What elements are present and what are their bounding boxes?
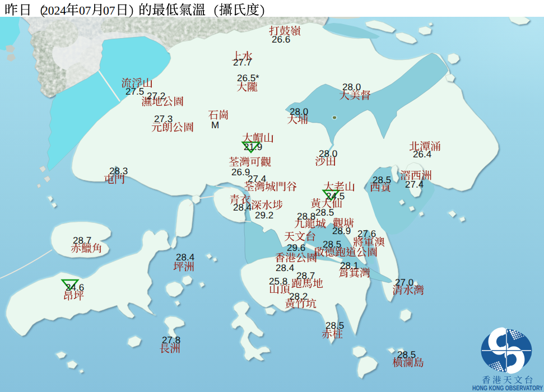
svg-text:27.3: 27.3 [154, 114, 173, 124]
svg-text:26.5*: 26.5* [237, 73, 259, 83]
svg-text:28.1: 28.1 [340, 260, 359, 271]
svg-text:27.0: 27.0 [395, 277, 413, 288]
svg-text:21.9: 21.9 [244, 142, 262, 152]
svg-text:28.5: 28.5 [315, 207, 334, 218]
svg-text:27.7: 27.7 [233, 57, 252, 68]
svg-text:28.8: 28.8 [297, 211, 315, 222]
svg-text:27.6: 27.6 [357, 228, 376, 239]
svg-text:07: 07 [103, 4, 115, 17]
svg-text:29.2: 29.2 [255, 210, 273, 221]
svg-text:24.6: 24.6 [66, 282, 84, 293]
svg-text:28.5: 28.5 [323, 239, 341, 250]
svg-text:28.5: 28.5 [373, 175, 391, 185]
svg-text:27.4: 27.4 [248, 174, 266, 184]
svg-text:26.6: 26.6 [272, 34, 290, 45]
svg-text:27.2: 27.2 [147, 91, 165, 101]
svg-text:28.5: 28.5 [326, 320, 344, 331]
svg-text:07: 07 [79, 4, 91, 17]
svg-text:27.5: 27.5 [125, 86, 144, 97]
svg-text:24.5: 24.5 [326, 191, 345, 202]
svg-text:28.5: 28.5 [397, 349, 416, 360]
svg-text:28.3: 28.3 [109, 166, 128, 176]
svg-text:28.9: 28.9 [332, 226, 351, 236]
svg-text:M: M [211, 120, 219, 130]
svg-text:28.7: 28.7 [73, 235, 91, 246]
svg-text:2024: 2024 [42, 4, 66, 17]
svg-text:28.0: 28.0 [342, 82, 361, 92]
svg-text:26.4: 26.4 [413, 149, 431, 160]
svg-text:28.0: 28.0 [319, 148, 337, 159]
svg-text:27.8: 27.8 [162, 335, 180, 346]
svg-text:28.0: 28.0 [290, 106, 308, 117]
svg-text:28.7: 28.7 [296, 270, 315, 281]
svg-text:28.2: 28.2 [289, 291, 308, 302]
svg-text:27.4: 27.4 [405, 179, 424, 190]
svg-text:29.6: 29.6 [287, 242, 305, 253]
svg-text:28.4: 28.4 [233, 202, 252, 213]
svg-text:25.8: 25.8 [269, 276, 287, 287]
svg-text:28.4: 28.4 [276, 263, 294, 273]
svg-text:28.4: 28.4 [176, 252, 194, 263]
svg-text:HONG KONG OBSERVATORY: HONG KONG OBSERVATORY [472, 384, 543, 392]
